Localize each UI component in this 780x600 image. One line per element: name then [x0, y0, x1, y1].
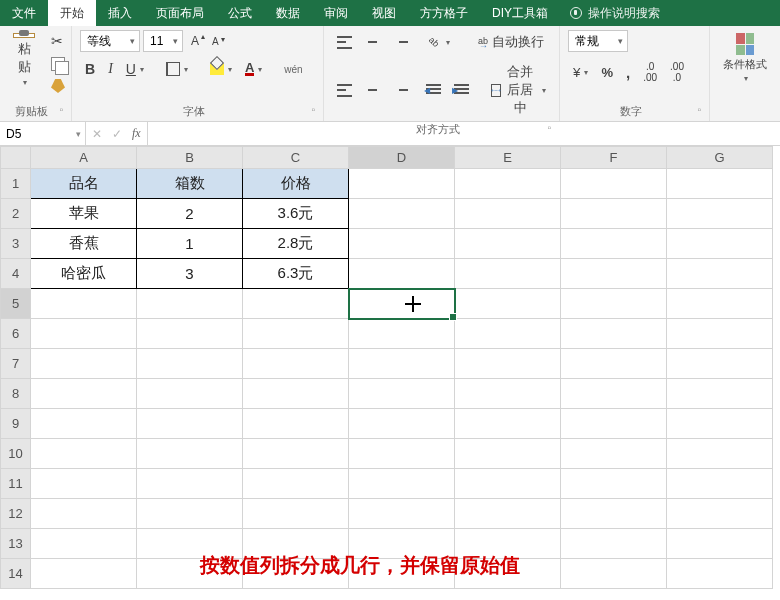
format-painter-button[interactable]: [46, 76, 70, 96]
cell-E11[interactable]: [455, 469, 561, 499]
cell-G10[interactable]: [667, 439, 773, 469]
cell-C3[interactable]: 2.8元: [243, 229, 349, 259]
tab-diy[interactable]: DIY工具箱: [480, 0, 560, 26]
cell-G13[interactable]: [667, 529, 773, 559]
cell-C10[interactable]: [243, 439, 349, 469]
wrap-text-button[interactable]: 自动换行: [471, 30, 549, 54]
cell-F3[interactable]: [561, 229, 667, 259]
cell-B11[interactable]: [137, 469, 243, 499]
cell-E8[interactable]: [455, 379, 561, 409]
col-header-E[interactable]: E: [455, 147, 561, 169]
cell-A10[interactable]: [31, 439, 137, 469]
tab-ffgz[interactable]: 方方格子: [408, 0, 480, 26]
name-box[interactable]: D5: [0, 122, 86, 145]
cell-A1[interactable]: 品名: [31, 169, 137, 199]
tab-formula[interactable]: 公式: [216, 0, 264, 26]
cell-E5[interactable]: [455, 289, 561, 319]
cell-D6[interactable]: [349, 319, 455, 349]
cell-F5[interactable]: [561, 289, 667, 319]
cell-F1[interactable]: [561, 169, 667, 199]
cell-F11[interactable]: [561, 469, 667, 499]
row-header-13[interactable]: 13: [1, 529, 31, 559]
cell-G11[interactable]: [667, 469, 773, 499]
row-header-6[interactable]: 6: [1, 319, 31, 349]
cell-D9[interactable]: [349, 409, 455, 439]
percent-button[interactable]: %: [596, 62, 618, 83]
cell-F9[interactable]: [561, 409, 667, 439]
cell-G6[interactable]: [667, 319, 773, 349]
col-header-D[interactable]: D: [349, 147, 455, 169]
cell-G12[interactable]: [667, 499, 773, 529]
cell-D2[interactable]: [349, 199, 455, 229]
cell-B2[interactable]: 2: [137, 199, 243, 229]
cell-C11[interactable]: [243, 469, 349, 499]
cell-B8[interactable]: [137, 379, 243, 409]
cell-F13[interactable]: [561, 529, 667, 559]
cell-B5[interactable]: [137, 289, 243, 319]
tab-layout[interactable]: 页面布局: [144, 0, 216, 26]
cell-F4[interactable]: [561, 259, 667, 289]
decrease-font-button[interactable]: A: [207, 33, 224, 50]
cell-A5[interactable]: [31, 289, 137, 319]
underline-button[interactable]: U: [121, 58, 149, 80]
col-header-G[interactable]: G: [667, 147, 773, 169]
cell-G4[interactable]: [667, 259, 773, 289]
cell-D11[interactable]: [349, 469, 455, 499]
phonetic-guide-button[interactable]: wén: [279, 61, 307, 78]
row-header-10[interactable]: 10: [1, 439, 31, 469]
cancel-formula-button[interactable]: ✕: [92, 127, 102, 141]
cell-E2[interactable]: [455, 199, 561, 229]
cell-C7[interactable]: [243, 349, 349, 379]
cell-B9[interactable]: [137, 409, 243, 439]
cell-C1[interactable]: 价格: [243, 169, 349, 199]
cell-A9[interactable]: [31, 409, 137, 439]
cell-D10[interactable]: [349, 439, 455, 469]
cell-E1[interactable]: [455, 169, 561, 199]
align-middle-button[interactable]: [360, 33, 385, 52]
row-header-4[interactable]: 4: [1, 259, 31, 289]
cell-C6[interactable]: [243, 319, 349, 349]
cell-E3[interactable]: [455, 229, 561, 259]
cell-D12[interactable]: [349, 499, 455, 529]
orientation-button[interactable]: [423, 32, 455, 52]
align-left-button[interactable]: [332, 81, 357, 100]
cell-D7[interactable]: [349, 349, 455, 379]
cell-A13[interactable]: [31, 529, 137, 559]
cell-A8[interactable]: [31, 379, 137, 409]
cell-D8[interactable]: [349, 379, 455, 409]
col-header-A[interactable]: A: [31, 147, 137, 169]
cell-A7[interactable]: [31, 349, 137, 379]
cell-C2[interactable]: 3.6元: [243, 199, 349, 229]
cell-E9[interactable]: [455, 409, 561, 439]
cell-E6[interactable]: [455, 319, 561, 349]
cell-G1[interactable]: [667, 169, 773, 199]
border-button[interactable]: [161, 59, 193, 79]
cell-C12[interactable]: [243, 499, 349, 529]
comma-button[interactable]: ,: [621, 61, 635, 84]
cell-F12[interactable]: [561, 499, 667, 529]
number-launcher[interactable]: ▫: [697, 104, 701, 115]
cell-E7[interactable]: [455, 349, 561, 379]
cell-F14[interactable]: [561, 559, 667, 589]
cell-C9[interactable]: [243, 409, 349, 439]
cell-B10[interactable]: [137, 439, 243, 469]
row-header-11[interactable]: 11: [1, 469, 31, 499]
cell-C5[interactable]: [243, 289, 349, 319]
cell-F6[interactable]: [561, 319, 667, 349]
col-header-F[interactable]: F: [561, 147, 667, 169]
row-header-8[interactable]: 8: [1, 379, 31, 409]
align-center-button[interactable]: [360, 81, 385, 100]
cell-D1[interactable]: [349, 169, 455, 199]
align-right-button[interactable]: [388, 81, 413, 100]
paste-button[interactable]: 粘贴: [8, 30, 40, 90]
tab-home[interactable]: 开始: [48, 0, 96, 26]
worksheet[interactable]: ABCDEFG1品名箱数价格2苹果23.6元3香蕉12.8元4哈密瓜36.3元5…: [0, 146, 780, 600]
cell-C4[interactable]: 6.3元: [243, 259, 349, 289]
cell-F2[interactable]: [561, 199, 667, 229]
increase-indent-button[interactable]: [449, 81, 474, 100]
select-all-corner[interactable]: [1, 147, 31, 169]
fx-icon[interactable]: fx: [132, 126, 141, 141]
cell-D4[interactable]: [349, 259, 455, 289]
accept-formula-button[interactable]: ✓: [112, 127, 122, 141]
tell-me-search[interactable]: 操作说明搜索: [560, 0, 670, 26]
